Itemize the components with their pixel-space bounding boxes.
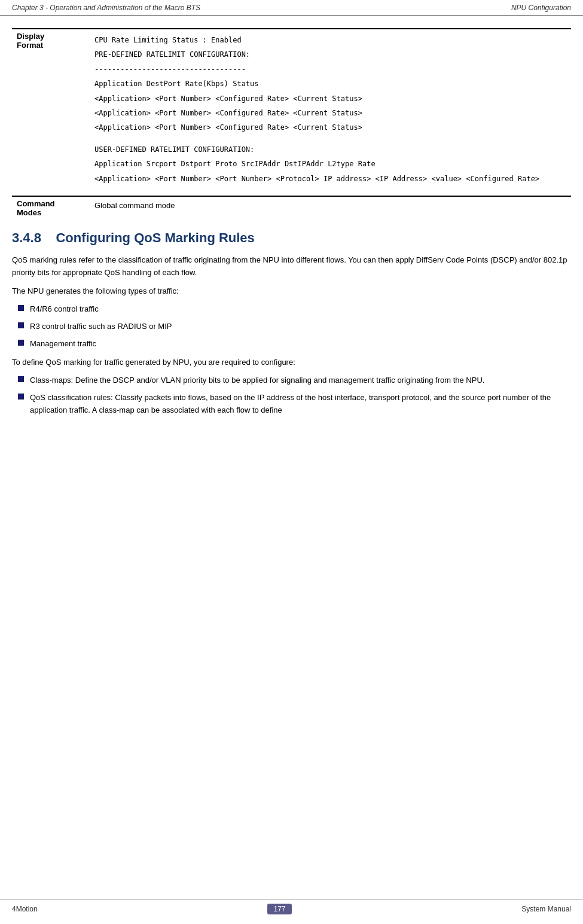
- bullet-item-2: R3 control traffic such as RADIUS or MIP: [18, 321, 571, 333]
- bullet-text-1: R4/R6 control traffic: [30, 303, 99, 316]
- bullet-text-5: QoS classification rules: Classify packe…: [30, 392, 571, 417]
- bullet-icon-2: [18, 322, 24, 328]
- df-line-2: PRE-DEFINED RATELIMIT CONFIGURATION:: [94, 48, 566, 60]
- df-line-1: CPU Rate Limiting Status : Enabled: [94, 34, 566, 46]
- command-modes-content: Global command mode: [90, 196, 571, 219]
- content-area: DisplayFormat CPU Rate Limiting Status :…: [0, 16, 583, 434]
- df-line-10: <Application> <Port Number> <Port Number…: [94, 173, 566, 185]
- header-right: NPU Configuration: [511, 4, 571, 12]
- page-header: Chapter 3 - Operation and Administration…: [0, 0, 583, 16]
- bullet-item-4: Class-maps: Define the DSCP and/or VLAN …: [18, 374, 571, 387]
- df-line-9: Application Srcport Dstport Proto SrcIPA…: [94, 158, 566, 170]
- section-number: 3.4.8: [12, 230, 41, 245]
- bullet-text-2: R3 control traffic such as RADIUS or MIP: [30, 321, 172, 333]
- df-line-6: <Application> <Port Number> <Configured …: [94, 107, 566, 119]
- body-paragraph-1: QoS marking rules refer to the classific…: [12, 254, 571, 279]
- bullet-icon-4: [18, 376, 24, 382]
- command-modes-text: Global command mode: [94, 201, 175, 210]
- section-title: Configuring QoS Marking Rules: [56, 230, 254, 245]
- command-modes-table: CommandModes Global command mode: [12, 196, 571, 219]
- page-footer: 4Motion 177 System Manual: [0, 899, 583, 918]
- bullet-item-3: Management traffic: [18, 338, 571, 350]
- bullet-icon-5: [18, 394, 24, 400]
- display-format-content: CPU Rate Limiting Status : Enabled PRE-D…: [90, 29, 571, 190]
- df-line-8: USER-DEFINED RATELIMIT CONFIGURATION:: [94, 144, 566, 155]
- bullet-item-1: R4/R6 control traffic: [18, 303, 571, 316]
- bullet-item-5: QoS classification rules: Classify packe…: [18, 392, 571, 417]
- bullet-text-4: Class-maps: Define the DSCP and/or VLAN …: [30, 374, 484, 387]
- df-line-7: <Application> <Port Number> <Configured …: [94, 121, 566, 133]
- footer-page-number: 177: [267, 904, 291, 914]
- body-paragraph-3: To define QoS marking for traffic genera…: [12, 356, 571, 369]
- df-line-4: Application DestPort Rate(Kbps) Status: [94, 78, 566, 90]
- header-left: Chapter 3 - Operation and Administration…: [12, 4, 200, 12]
- df-line-5: <Application> <Port Number> <Configured …: [94, 93, 566, 105]
- df-line-3: -----------------------------------: [94, 63, 566, 75]
- display-format-label: DisplayFormat: [12, 29, 90, 190]
- bullet-text-3: Management traffic: [30, 338, 96, 350]
- section-heading: 3.4.8 Configuring QoS Marking Rules: [12, 230, 571, 246]
- bullet-icon-3: [18, 340, 24, 346]
- command-modes-label: CommandModes: [12, 196, 90, 219]
- body-paragraph-2: The NPU generates the following types of…: [12, 285, 571, 298]
- footer-right: System Manual: [521, 905, 571, 913]
- bullet-icon-1: [18, 305, 24, 311]
- footer-left: 4Motion: [12, 905, 38, 913]
- display-format-table: DisplayFormat CPU Rate Limiting Status :…: [12, 28, 571, 190]
